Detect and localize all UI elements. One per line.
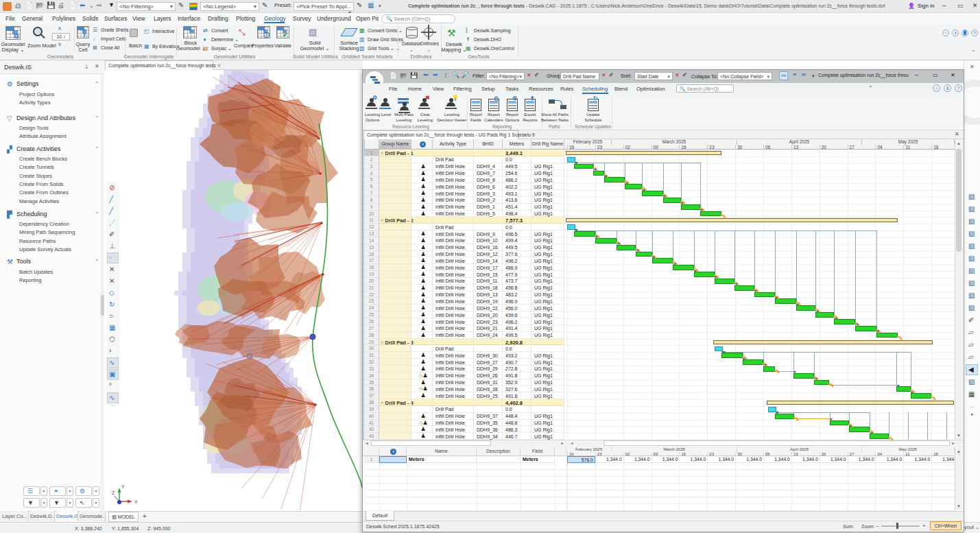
svg-text:X: X (134, 499, 138, 504)
svg-text:Z: Z (112, 490, 115, 495)
svg-text:Y: Y (121, 484, 125, 489)
